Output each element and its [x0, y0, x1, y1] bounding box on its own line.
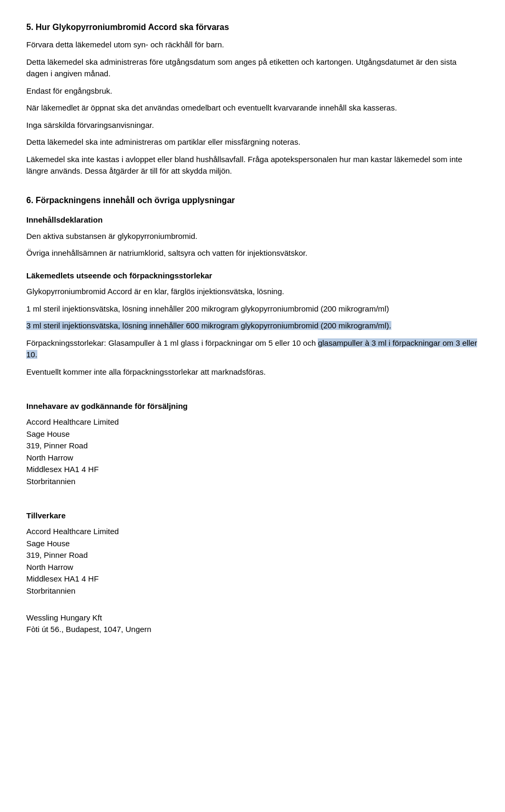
utseende-para4: Förpackningsstorlekar: Glasampuller à 1 …	[26, 337, 479, 361]
section5-para7: Läkemedel ska inte kastas i avloppet ell…	[26, 154, 479, 177]
section5-para6: Detta läkemedel ska inte administreras o…	[26, 136, 479, 148]
utseende-heading: Läkemedlets utseende och förpackningssto…	[26, 270, 479, 282]
tillverkare-line4: North Harrow	[26, 562, 479, 574]
section5-para5: Inga särskilda förvaringsanvisningar.	[26, 119, 479, 132]
section5-para2: Detta läkemedel ska administreras före u…	[26, 56, 479, 80]
tillverkare-line1: Accord Healthcare Limited	[26, 526, 479, 538]
innehavare-line6: Storbritannien	[26, 476, 479, 488]
innehalls-block: Innehållsdeklaration Den aktiva substans…	[26, 214, 479, 259]
utseende-block: Läkemedlets utseende och förpackningssto…	[26, 270, 479, 378]
utseende-para5: Eventuellt kommer inte alla förpacknings…	[26, 366, 479, 378]
section6-heading: 6. Förpackningens innehåll och övriga up…	[26, 194, 479, 207]
innehalls-para1: Den aktiva substansen är glykopyrroniumb…	[26, 230, 479, 243]
tillverkare-line3: 319, Pinner Road	[26, 549, 479, 562]
utseende-para2: 1 ml steril injektionsvätska, lösning in…	[26, 303, 479, 315]
innehavare-block: Innehavare av godkännande för försäljnin…	[26, 400, 479, 488]
utseende-para3: 3 ml steril injektionsvätska, lösning in…	[26, 320, 479, 332]
tillverkare-block: Tillverkare Accord Healthcare Limited Sa…	[26, 510, 479, 636]
innehavare-line5: Middlesex HA1 4 HF	[26, 464, 479, 476]
tillverkare-line8: Wessling Hungary Kft	[26, 612, 479, 624]
section5-para3: Endast för engångsbruk.	[26, 85, 479, 97]
tillverkare-address: Accord Healthcare Limited Sage House 319…	[26, 526, 479, 597]
tillverkare-heading: Tillverkare	[26, 510, 479, 522]
section5-para4: När läkemedlet är öppnat ska det använda…	[26, 102, 479, 114]
innehalls-para2: Övriga innehållsämnen är natriumklorid, …	[26, 247, 479, 259]
section5-para1: Förvara detta läkemedel utom syn- och rä…	[26, 39, 479, 51]
innehavare-line3: 319, Pinner Road	[26, 440, 479, 452]
utseende-para1: Glykopyrroniumbromid Accord är en klar, …	[26, 286, 479, 298]
tillverkare-line6: Storbritannien	[26, 585, 479, 597]
innehavare-line4: North Harrow	[26, 452, 479, 464]
innehalls-heading: Innehållsdeklaration	[26, 214, 479, 226]
section-5: 5. Hur Glykopyrroniumbromid Accord ska f…	[26, 21, 479, 177]
utseende-para3-highlight: 3 ml steril injektionsvätska, lösning in…	[26, 321, 391, 330]
tillverkare-address2: Wessling Hungary Kft Fòti út 56., Budape…	[26, 612, 479, 636]
utseende-para4-start: Förpackningsstorlekar: Glasampuller à 1 …	[26, 338, 318, 347]
section-6: 6. Förpackningens innehåll och övriga up…	[26, 194, 479, 636]
innehavare-line2: Sage House	[26, 428, 479, 440]
tillverkare-line2: Sage House	[26, 538, 479, 550]
section5-heading: 5. Hur Glykopyrroniumbromid Accord ska f…	[26, 21, 479, 34]
innehavare-heading: Innehavare av godkännande för försäljnin…	[26, 400, 479, 413]
innehavare-address: Accord Healthcare Limited Sage House 319…	[26, 416, 479, 487]
tillverkare-line5: Middlesex HA1 4 HF	[26, 573, 479, 585]
innehavare-line1: Accord Healthcare Limited	[26, 416, 479, 428]
tillverkare-line9: Fòti út 56., Budapest, 1047, Ungern	[26, 624, 479, 636]
